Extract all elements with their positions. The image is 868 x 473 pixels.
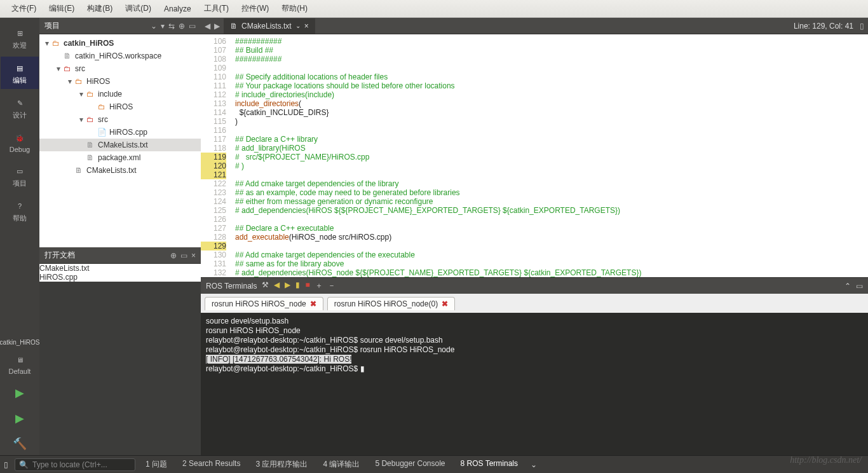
split-icon[interactable]: ▭ [856,282,863,291]
split-icon[interactable]: ▭ [189,22,196,31]
project-tree[interactable]: ▾catkin_HiROScatkin_HiROS.workspace▾src▾… [39,34,201,247]
close-icon[interactable]: ✖ [310,299,316,308]
cursor-status: Line: 129, Col: 41 [794,22,856,31]
tree-row[interactable]: catkin_HiROS.workspace [39,50,201,62]
watermark: http://blog.csdn.net/ [790,455,862,465]
chevron-icon[interactable]: ⌄ [295,22,301,29]
menu-item[interactable]: 构建(B) [81,3,119,14]
project-panel-header: 项目 ⌄ ▾ ⇆ ⊕ ▭ [39,18,201,34]
menu-item[interactable]: 编辑(E) [43,3,81,14]
terminal-tabs: rosrun HiROS HiROS_node ✖rosrun HiROS Hi… [201,294,868,313]
close-icon[interactable]: ✖ [442,299,448,308]
menu-item[interactable]: Analyze [158,4,198,13]
plus-icon[interactable]: ⊕ [179,22,185,31]
tab-label: CMakeLists.txt [241,22,292,31]
menu-item[interactable]: 控件(W) [235,3,275,14]
output-tab[interactable]: 4 编译输出 [319,459,363,470]
code-area[interactable]: ############# Build ############# ## Spe… [230,34,868,277]
mode-button-设计[interactable]: ✎设计 [1,92,39,124]
add-icon[interactable]: ＋ [315,280,323,291]
menu-item[interactable]: 调试(D) [119,3,158,14]
bottom-bar: ▯ 🔍 Type to locate (Ctrl+... 1 问题2 Searc… [0,455,868,473]
pause-icon[interactable]: ▮ [295,280,300,291]
tree-row[interactable]: ▾src [39,113,201,126]
menu-item[interactable]: 帮助(H) [275,3,314,14]
tree-row[interactable]: CMakeLists.txt [39,164,201,177]
build-button[interactable]: 🔨 [1,432,39,455]
left-column: 项目 ⌄ ▾ ⇆ ⊕ ▭ ▾catkin_HiROScatkin_HiROS.w… [39,18,201,455]
mode-button-编辑[interactable]: ▤编辑 [1,57,39,89]
menu-item[interactable]: 文件(F) [5,3,43,14]
open-docs-list[interactable]: CMakeLists.txtHiROS.cpp [39,264,201,282]
split-icon[interactable]: ▭ [180,251,187,260]
mode-sidebar: ⊞欢迎▤编辑✎设计🐞Debug▭项目?帮助catkin_HiROS🖥Defaul… [0,18,39,455]
terminal-output[interactable]: source devel/setup.bashrosrun HiROS HiRO… [201,313,868,455]
editor-tab[interactable]: 🗎 CMakeLists.txt ⌄ × [224,18,315,34]
mode-button-Debug[interactable]: 🐞Debug [1,127,39,157]
run-debug-button[interactable]: ▶ [1,407,39,430]
terminal-tab[interactable]: rosrun HiROS HiROS_node(0) ✖ [327,297,455,310]
close-icon[interactable]: × [304,22,309,31]
project-label: catkin_HiROS [0,339,42,346]
forward-icon[interactable]: ▶ [214,22,220,31]
search-icon: 🔍 [19,460,29,469]
terminal-panel-header: ROS Terminals ⚒ ◀ ▶ ▮ ■ ＋ － ⌃ ▭ [201,277,868,294]
forward-icon[interactable]: ▶ [285,280,290,291]
output-tab[interactable]: 1 问题 [142,459,171,470]
editor-column: ◀ ▶ 🗎 CMakeLists.txt ⌄ × Line: 129, Col:… [201,18,868,455]
tree-row[interactable]: package.xml [39,151,201,164]
locator-input[interactable]: 🔍 Type to locate (Ctrl+... [15,458,135,471]
tree-row[interactable]: HiROS.cpp [39,126,201,139]
output-tab[interactable]: 8 ROS Terminals [457,459,522,470]
output-tab[interactable]: 5 Debugger Console [371,459,449,470]
mode-button-欢迎[interactable]: ⊞欢迎 [1,22,39,54]
mode-button-项目[interactable]: ▭项目 [1,160,39,192]
locator-placeholder: Type to locate (Ctrl+... [32,460,107,469]
open-doc-item[interactable]: HiROS.cpp [39,273,201,282]
run-button[interactable]: ▶ [1,381,39,404]
file-icon: 🗎 [230,22,238,31]
bottom-tabs: 1 问题2 Search Results3 应用程序输出4 编译输出5 Debu… [142,459,522,470]
hammer-icon[interactable]: ⚒ [262,280,269,291]
open-doc-item[interactable]: CMakeLists.txt [39,264,201,273]
filter-icon[interactable]: ▾ [161,22,165,31]
back-icon[interactable]: ◀ [274,280,280,291]
terminal-title: ROS Terminals [206,282,257,291]
tree-row[interactable]: ▾include [39,88,201,100]
collapse-icon[interactable]: ⌃ [844,282,851,291]
stop-icon[interactable]: ■ [305,280,309,291]
chevron-icon[interactable]: ⌄ [531,460,537,469]
output-tab[interactable]: 3 应用程序输出 [252,459,311,470]
link-icon[interactable]: ⇆ [168,22,175,31]
menubar: 文件(F)编辑(E)构建(B)调试(D)Analyze工具(T)控件(W)帮助(… [0,0,868,18]
tree-row[interactable]: ▾src [39,62,201,75]
menu-item[interactable]: 工具(T) [198,3,235,14]
tree-row[interactable]: HiROS [39,100,201,113]
close-icon[interactable]: × [191,251,196,260]
back-icon[interactable]: ◀ [205,22,210,31]
plus-icon[interactable]: ⊕ [170,251,177,260]
terminal-tab[interactable]: rosrun HiROS HiROS_node ✖ [205,297,323,310]
code-editor[interactable]: 1061071081091101111121131141151161171181… [201,34,868,277]
editor-tabbar: ◀ ▶ 🗎 CMakeLists.txt ⌄ × Line: 129, Col:… [201,18,868,34]
remove-icon[interactable]: － [328,280,336,291]
tree-row[interactable]: CMakeLists.txt [39,139,201,151]
open-docs-header: 打开文档 ⊕ ▭ × [39,247,201,264]
chevron-down-icon[interactable]: ⌄ [151,22,157,31]
split-icon[interactable]: ▯ [860,22,864,31]
project-panel-title: 项目 [44,20,151,31]
mode-button-帮助[interactable]: ?帮助 [1,195,39,227]
output-tab[interactable]: 2 Search Results [179,459,244,470]
open-docs-title: 打开文档 [44,250,170,261]
tree-row[interactable]: ▾HiROS [39,75,201,88]
tree-row[interactable]: ▾catkin_HiROS [39,37,201,50]
sidebar-toggle-icon[interactable]: ▯ [4,460,8,469]
kit-selector[interactable]: 🖥Default [1,348,39,379]
line-gutter: 1061071081091101111121131141151161171181… [201,34,230,277]
